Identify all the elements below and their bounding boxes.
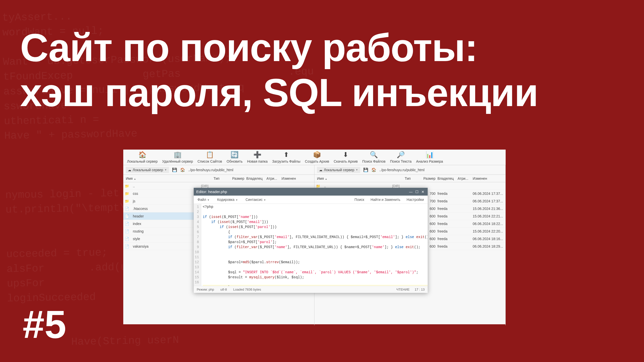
code-content[interactable]: <?php if (isset($_POST['name'])) if (iss… <box>201 204 428 286</box>
header-type[interactable]: Тип <box>214 176 229 180</box>
status-mode: Режим: php <box>197 288 214 291</box>
list-icon: 📋 <box>206 151 214 159</box>
right-headers: Имя ▲ Тип Размер Владелец Атри... Измене… <box>314 175 506 182</box>
header-size[interactable]: Размер <box>420 176 437 180</box>
home-path-icon[interactable]: 🏠 <box>371 167 376 172</box>
cloud-icon: ☁ <box>128 168 131 172</box>
header-owner[interactable]: Владелец <box>437 176 458 180</box>
download-icon: ⬇ <box>342 151 350 159</box>
cloud-icon: ☁ <box>319 168 323 172</box>
menu-search[interactable]: Поиск <box>354 198 364 202</box>
tool-search-text[interactable]: 🔎Поиск Текста <box>390 151 412 163</box>
right-pane-path: ☁ Локальный сервер ▼ 💾 🏠 ../po-fenshuyu.… <box>314 165 506 175</box>
editor-titlebar[interactable]: Editor: header.php — ☐ ✕ <box>194 188 428 196</box>
tool-create-archive[interactable]: 📦Создать Архив <box>305 151 329 163</box>
tool-refresh[interactable]: 🔄Обновить <box>227 151 243 163</box>
column-headers: Имя ▲ Тип Размер Владелец Атри... Измене… <box>123 175 506 182</box>
header-owner[interactable]: Владелец <box>246 176 266 180</box>
upload-icon: ⬆ <box>282 151 290 159</box>
main-title: Сайт по поиску работы: хэш пароля, SQL и… <box>20 25 624 115</box>
toolbar: 🏠Локальный сервер 🏢Удалённый сервер 📋Спи… <box>123 150 506 165</box>
file-icon: 📄 <box>123 244 130 248</box>
status-loaded: Loaded 7836 bytes <box>233 288 261 291</box>
header-size[interactable]: Размер <box>229 176 246 180</box>
header-attr[interactable]: Атри... <box>458 176 473 180</box>
line-gutter: 1 2 3 4 5 6 7 8 9 10 11 12 13 14 15 16 1… <box>194 204 201 286</box>
tool-download-archive[interactable]: ⬇Скачать Архив <box>334 151 358 163</box>
left-server-dropdown[interactable]: ☁ Локальный сервер ▼ <box>126 167 169 173</box>
building-icon: 🏢 <box>174 151 182 159</box>
chevron-down-icon: ▼ <box>165 168 167 171</box>
drive-icon[interactable]: 💾 <box>172 167 177 172</box>
close-icon[interactable]: ✕ <box>421 190 425 194</box>
search-text-icon: 🔎 <box>397 151 405 159</box>
header-name[interactable]: Имя ▲ <box>123 176 214 180</box>
menu-settings[interactable]: Настройки <box>407 198 424 202</box>
menu-encoding[interactable]: Кодировка ▼ <box>217 198 238 202</box>
episode-number: #5 <box>23 302 66 347</box>
tool-remote-server[interactable]: 🏢Удалённый сервер <box>162 151 193 163</box>
menu-file[interactable]: Файл ▼ <box>197 198 210 202</box>
refresh-icon: 🔄 <box>230 151 238 159</box>
home-icon: 🏠 <box>138 151 146 159</box>
status-read-mode: ЧТЕНИЕ <box>396 288 410 291</box>
folder-icon: 📁 <box>314 184 321 188</box>
editor-statusbar: Режим: php utf-8 Loaded 7836 bytes ЧТЕНИ… <box>194 286 428 293</box>
home-path-icon[interactable]: 🏠 <box>180 167 185 172</box>
folder-icon: 📁 <box>123 184 130 188</box>
editor-menu: Файл ▼ Кодировка ▼ Синтаксис ▼ Поиск Най… <box>194 196 428 204</box>
header-name[interactable]: Имя ▲ <box>314 176 405 180</box>
file-icon: 📄 <box>123 237 130 241</box>
title-line-1: Сайт по поиску работы: <box>20 25 624 70</box>
add-folder-icon: ➕ <box>253 151 261 159</box>
header-type[interactable]: Тип <box>405 176 420 180</box>
title-line-2: хэш пароля, SQL инъекции <box>20 70 624 115</box>
status-encoding: utf-8 <box>220 288 227 291</box>
tool-search-files[interactable]: 🔍Поиск Файлов <box>362 151 385 163</box>
drive-icon[interactable]: 💾 <box>363 167 368 172</box>
left-path-text[interactable]: ../po-fenshuyu.ru/public_html <box>188 168 233 172</box>
status-cursor-pos: 17 : 13 <box>415 288 425 291</box>
file-icon: 📄 <box>123 214 130 218</box>
minimize-icon[interactable]: — <box>409 190 413 194</box>
file-icon: 📄 <box>123 229 130 233</box>
tool-size-analysis[interactable]: 📊Анализ Размера <box>416 151 443 163</box>
tool-site-list[interactable]: 📋Список Сайтов <box>197 151 222 163</box>
chart-icon: 📊 <box>426 151 434 159</box>
right-path-text[interactable]: ../po-fenshuyu.ru/public_html <box>379 168 425 172</box>
folder-icon: 📁 <box>123 199 130 203</box>
pane-path-bar: ☁ Локальный сервер ▼ 💾 🏠 ../po-fenshuyu.… <box>123 165 506 175</box>
tool-upload[interactable]: ⬆Загрузить Файлы <box>272 151 300 163</box>
file-manager-window: 🏠Локальный сервер 🏢Удалённый сервер 📋Спи… <box>123 150 506 324</box>
folder-icon: 📁 <box>123 192 130 196</box>
right-server-dropdown[interactable]: ☁ Локальный сервер ▼ <box>317 167 360 173</box>
header-modified[interactable]: Изменен <box>473 176 505 180</box>
maximize-icon[interactable]: ☐ <box>415 190 419 194</box>
search-icon: 🔍 <box>370 151 378 159</box>
file-icon: 📄 <box>123 222 130 226</box>
menu-replace[interactable]: Найти и Заменить <box>371 198 400 202</box>
header-attr[interactable]: Атри... <box>266 176 281 180</box>
code-area[interactable]: 1 2 3 4 5 6 7 8 9 10 11 12 13 14 15 16 1… <box>194 204 428 286</box>
left-pane-path: ☁ Локальный сервер ▼ 💾 🏠 ../po-fenshuyu.… <box>123 165 314 175</box>
menu-syntax[interactable]: Синтаксис ▼ <box>246 198 266 202</box>
file-icon: 📄 <box>123 207 130 211</box>
left-headers: Имя ▲ Тип Размер Владелец Атри... Измене… <box>123 175 314 182</box>
header-modified[interactable]: Изменен <box>281 176 314 180</box>
editor-title-text: Editor: header.php <box>196 190 409 194</box>
tool-local-server[interactable]: 🏠Локальный сервер <box>127 151 158 163</box>
chevron-down-icon: ▼ <box>356 168 358 171</box>
editor-window: Editor: header.php — ☐ ✕ Файл ▼ Кодировк… <box>194 188 428 293</box>
tool-new-folder[interactable]: ➕Новая папка <box>247 151 268 163</box>
archive-icon: 📦 <box>313 151 321 159</box>
